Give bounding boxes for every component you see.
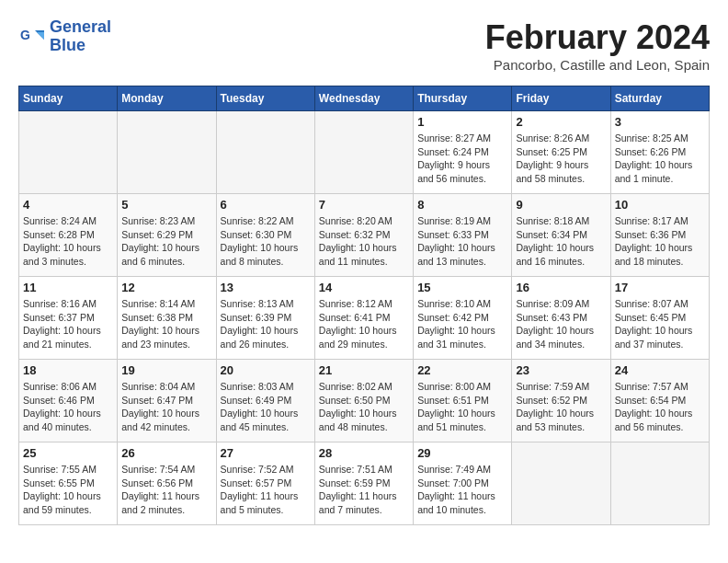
calendar-cell: 28Sunrise: 7:51 AM Sunset: 6:59 PM Dayli… (314, 442, 413, 525)
calendar-cell: 27Sunrise: 7:52 AM Sunset: 6:57 PM Dayli… (216, 442, 314, 525)
calendar-cell: 9Sunrise: 8:18 AM Sunset: 6:34 PM Daylig… (512, 194, 610, 277)
day-number: 20 (221, 363, 311, 377)
day-number: 28 (319, 446, 409, 460)
day-number: 7 (319, 198, 409, 212)
day-number: 27 (221, 446, 311, 460)
day-number: 10 (615, 198, 705, 212)
day-info: Sunrise: 8:16 AM Sunset: 6:37 PM Dayligh… (23, 297, 113, 351)
day-info: Sunrise: 8:03 AM Sunset: 6:49 PM Dayligh… (221, 380, 311, 434)
day-number: 19 (121, 363, 211, 377)
day-info: Sunrise: 8:10 AM Sunset: 6:42 PM Dayligh… (417, 297, 507, 351)
calendar-cell: 29Sunrise: 7:49 AM Sunset: 7:00 PM Dayli… (414, 442, 512, 525)
day-info: Sunrise: 7:49 AM Sunset: 7:00 PM Dayligh… (417, 463, 507, 517)
day-info: Sunrise: 8:24 AM Sunset: 6:28 PM Dayligh… (23, 214, 113, 269)
day-number: 21 (319, 363, 409, 377)
logo-icon: G (18, 23, 46, 51)
day-info: Sunrise: 8:07 AM Sunset: 6:45 PM Dayligh… (615, 297, 705, 351)
title-section: February 2024 Pancorbo, Castille and Leo… (485, 18, 710, 73)
day-info: Sunrise: 8:26 AM Sunset: 6:25 PM Dayligh… (516, 132, 606, 186)
calendar-cell (216, 111, 314, 194)
calendar-cell: 11Sunrise: 8:16 AM Sunset: 6:37 PM Dayli… (19, 277, 118, 360)
day-info: Sunrise: 7:51 AM Sunset: 6:59 PM Dayligh… (319, 463, 409, 517)
calendar-cell (512, 442, 610, 525)
day-info: Sunrise: 8:14 AM Sunset: 6:38 PM Dayligh… (121, 297, 211, 351)
logo-text: General Blue (50, 18, 111, 55)
day-info: Sunrise: 7:59 AM Sunset: 6:52 PM Dayligh… (516, 380, 606, 434)
day-number: 23 (516, 363, 606, 377)
day-number: 1 (417, 115, 507, 129)
day-number: 9 (516, 198, 606, 212)
day-info: Sunrise: 8:18 AM Sunset: 6:34 PM Dayligh… (516, 214, 606, 269)
calendar-cell (19, 111, 118, 194)
day-number: 4 (23, 198, 113, 212)
day-info: Sunrise: 7:54 AM Sunset: 6:56 PM Dayligh… (121, 463, 211, 517)
calendar-cell: 25Sunrise: 7:55 AM Sunset: 6:55 PM Dayli… (19, 442, 118, 525)
day-info: Sunrise: 8:19 AM Sunset: 6:33 PM Dayligh… (417, 214, 507, 269)
day-number: 13 (221, 281, 311, 294)
logo: G General Blue (18, 18, 111, 55)
calendar-cell: 20Sunrise: 8:03 AM Sunset: 6:49 PM Dayli… (216, 360, 314, 442)
month-year: February 2024 (485, 18, 710, 57)
weekday-header-thursday: Thursday (414, 86, 512, 111)
day-info: Sunrise: 8:17 AM Sunset: 6:36 PM Dayligh… (615, 214, 705, 269)
calendar-cell: 23Sunrise: 7:59 AM Sunset: 6:52 PM Dayli… (512, 360, 610, 442)
day-info: Sunrise: 8:04 AM Sunset: 6:47 PM Dayligh… (121, 380, 211, 434)
calendar-cell: 26Sunrise: 7:54 AM Sunset: 6:56 PM Dayli… (118, 442, 216, 525)
calendar-cell: 22Sunrise: 8:00 AM Sunset: 6:51 PM Dayli… (414, 360, 512, 442)
day-number: 3 (615, 115, 705, 129)
calendar-cell: 16Sunrise: 8:09 AM Sunset: 6:43 PM Dayli… (512, 277, 610, 360)
day-info: Sunrise: 7:57 AM Sunset: 6:54 PM Dayligh… (615, 380, 705, 434)
day-info: Sunrise: 8:20 AM Sunset: 6:32 PM Dayligh… (319, 214, 409, 269)
day-number: 22 (417, 363, 507, 377)
day-info: Sunrise: 8:12 AM Sunset: 6:41 PM Dayligh… (319, 297, 409, 351)
day-info: Sunrise: 8:23 AM Sunset: 6:29 PM Dayligh… (121, 214, 211, 269)
weekday-header-tuesday: Tuesday (216, 86, 314, 111)
day-number: 6 (221, 198, 311, 212)
weekday-header-wednesday: Wednesday (314, 86, 413, 111)
calendar-cell: 8Sunrise: 8:19 AM Sunset: 6:33 PM Daylig… (414, 194, 512, 277)
day-info: Sunrise: 8:13 AM Sunset: 6:39 PM Dayligh… (221, 297, 311, 351)
day-number: 17 (615, 281, 705, 294)
day-number: 18 (23, 363, 113, 377)
day-number: 24 (615, 363, 705, 377)
day-number: 29 (417, 446, 507, 460)
day-number: 15 (417, 281, 507, 294)
weekday-header-monday: Monday (118, 86, 216, 111)
day-info: Sunrise: 8:25 AM Sunset: 6:26 PM Dayligh… (615, 132, 705, 186)
day-info: Sunrise: 7:55 AM Sunset: 6:55 PM Dayligh… (23, 463, 113, 517)
calendar-cell: 14Sunrise: 8:12 AM Sunset: 6:41 PM Dayli… (314, 277, 413, 360)
day-info: Sunrise: 7:52 AM Sunset: 6:57 PM Dayligh… (221, 463, 311, 517)
day-info: Sunrise: 8:06 AM Sunset: 6:46 PM Dayligh… (23, 380, 113, 434)
weekday-header-friday: Friday (512, 86, 610, 111)
calendar-cell: 7Sunrise: 8:20 AM Sunset: 6:32 PM Daylig… (314, 194, 413, 277)
day-info: Sunrise: 8:02 AM Sunset: 6:50 PM Dayligh… (319, 380, 409, 434)
calendar-cell: 2Sunrise: 8:26 AM Sunset: 6:25 PM Daylig… (512, 111, 610, 194)
calendar-cell: 21Sunrise: 8:02 AM Sunset: 6:50 PM Dayli… (314, 360, 413, 442)
calendar-table: SundayMondayTuesdayWednesdayThursdayFrid… (18, 86, 710, 525)
weekday-header-saturday: Saturday (610, 86, 709, 111)
calendar-cell: 6Sunrise: 8:22 AM Sunset: 6:30 PM Daylig… (216, 194, 314, 277)
calendar-cell: 17Sunrise: 8:07 AM Sunset: 6:45 PM Dayli… (610, 277, 709, 360)
calendar-cell: 13Sunrise: 8:13 AM Sunset: 6:39 PM Dayli… (216, 277, 314, 360)
calendar-cell: 12Sunrise: 8:14 AM Sunset: 6:38 PM Dayli… (118, 277, 216, 360)
day-number: 8 (417, 198, 507, 212)
day-number: 26 (121, 446, 211, 460)
calendar-cell (610, 442, 709, 525)
calendar-cell (118, 111, 216, 194)
calendar-cell: 24Sunrise: 7:57 AM Sunset: 6:54 PM Dayli… (610, 360, 709, 442)
calendar-cell: 1Sunrise: 8:27 AM Sunset: 6:24 PM Daylig… (414, 111, 512, 194)
day-number: 5 (121, 198, 211, 212)
calendar-cell: 5Sunrise: 8:23 AM Sunset: 6:29 PM Daylig… (118, 194, 216, 277)
day-number: 12 (121, 281, 211, 294)
weekday-header-sunday: Sunday (19, 86, 118, 111)
day-number: 14 (319, 281, 409, 294)
day-info: Sunrise: 8:22 AM Sunset: 6:30 PM Dayligh… (221, 214, 311, 269)
calendar-cell: 10Sunrise: 8:17 AM Sunset: 6:36 PM Dayli… (610, 194, 709, 277)
day-number: 25 (23, 446, 113, 460)
svg-marker-2 (37, 32, 44, 40)
svg-text:G: G (20, 28, 30, 42)
calendar-cell: 4Sunrise: 8:24 AM Sunset: 6:28 PM Daylig… (19, 194, 118, 277)
day-number: 16 (516, 281, 606, 294)
calendar-cell: 15Sunrise: 8:10 AM Sunset: 6:42 PM Dayli… (414, 277, 512, 360)
calendar-cell (314, 111, 413, 194)
